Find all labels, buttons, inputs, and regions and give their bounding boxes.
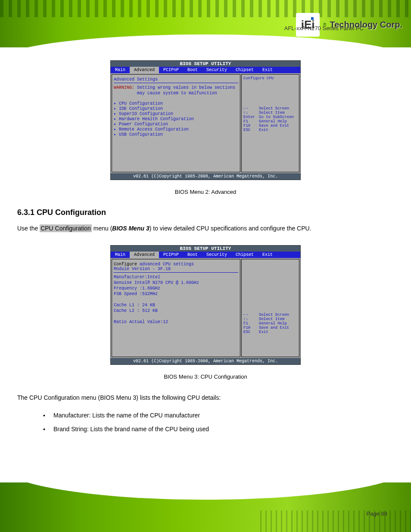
bios-right-pane: ←→Select Screen ↑↓Select Item F1General … xyxy=(241,259,299,357)
help-row: ↑↓Select Item xyxy=(243,317,297,321)
warning-label: WARNING: xyxy=(114,85,134,90)
help-row: F10Save and Exit xyxy=(243,326,297,330)
bios-screenshot-advanced: BIOS SETUP UTILITY Main Advanced PCIPnP … xyxy=(110,60,301,180)
bios-left-pane: Configure advanced CPU settings Module V… xyxy=(112,259,240,357)
bios-body: Configure advanced CPU settings Module V… xyxy=(111,258,300,358)
bios-tab-main: Main xyxy=(111,67,130,73)
menu-remote-access: ▸ Remote Access Configuration xyxy=(114,127,238,132)
bios-tab-boot: Boot xyxy=(183,67,202,73)
bios-tab-security: Security xyxy=(202,67,231,73)
help-row: EnterGo to SubScreen xyxy=(243,115,297,119)
bios-right-pane: Configure CPU ←→Select Screen ↑↓Select I… xyxy=(241,74,299,172)
bios-tab-pcipnp: PCIPnP xyxy=(159,67,183,73)
bios-tab-boot: Boot xyxy=(183,252,202,258)
arrow-icon: ▸ xyxy=(114,132,119,137)
bullet-list: ▪Manufacturer: Lists the name of the CPU… xyxy=(43,409,394,435)
header-curve xyxy=(0,34,411,60)
arrow-icon: ▸ xyxy=(114,117,119,121)
cache-l1: Cache L1 : 24 KB xyxy=(114,303,155,308)
help-row: ←→Select Screen xyxy=(243,313,297,317)
bios-help-block: ←→Select Screen ↑↓Select Item F1General … xyxy=(243,313,297,334)
bios-help-block: ←→Select Screen ↑↓Select Item EnterGo to… xyxy=(243,106,297,132)
help-row: F10Save and Exit xyxy=(243,124,297,128)
bios-utility-title: BIOS SETUP UTILITY xyxy=(111,61,300,67)
arrow-icon: ▸ xyxy=(114,106,119,111)
arrow-icon: ▸ xyxy=(114,127,119,132)
configure-word: Configure xyxy=(114,262,137,267)
ratio-value: Ratio Actual Value:12 xyxy=(114,320,168,324)
help-row: ↑↓Select Item xyxy=(243,111,297,115)
footer-curve xyxy=(0,465,411,500)
manufacturer: Manufacturer:Intel xyxy=(114,275,160,280)
menu-hardware-health: ▸ Hardware Health Configuration xyxy=(114,116,238,121)
section-heading-cpu: 6.3.1 CPU Configuration xyxy=(17,208,394,217)
warning-text-2: may cause system to malfunction xyxy=(137,91,217,96)
header-banner: iEi ® Technology Corp. AFL-xxA-N270 Seri… xyxy=(0,0,411,47)
bios-tab-exit: Exit xyxy=(258,252,277,258)
bios-copyright: v02.61 (C)Copyright 1985-2006, American … xyxy=(111,173,300,180)
right-pane-title: Configure CPU xyxy=(243,76,297,81)
menu-ide-config: ▸ IDE Configuration xyxy=(114,106,238,111)
bios-tab-bar: Main Advanced PCIPnP Boot Security Chips… xyxy=(111,67,300,73)
help-row: ←→Select Screen xyxy=(243,106,297,111)
cpu-info-block: Manufacturer:Intel Genuine Intel® N270 C… xyxy=(114,274,238,325)
body-paragraph-1: Use the CPU Configuration menu (BIOS Men… xyxy=(17,224,394,233)
list-item: ▪Brand String: Lists the brand name of t… xyxy=(43,423,394,435)
arrow-icon: ▸ xyxy=(114,122,119,127)
help-row: ESCExit xyxy=(243,330,297,334)
figure-caption-1: BIOS Menu 2: Advanced xyxy=(17,189,394,195)
bios-utility-title: BIOS SETUP UTILITY xyxy=(111,246,300,252)
cpu-brand: Genuine Intel® N270 CPU @ 1.60GHz xyxy=(114,280,199,285)
help-row: F1General Help xyxy=(243,321,297,326)
menu-superio-config: ▸ SuperIO Configuration xyxy=(114,111,238,116)
menu-cpu-config: ▸ CPU Configuration xyxy=(114,101,238,106)
help-row: F1General Help xyxy=(243,119,297,124)
warning-text-1: Setting wrong values in below sections xyxy=(137,85,235,90)
list-item: ▪Manufacturer: Lists the name of the CPU… xyxy=(43,409,394,421)
body-paragraph-2: The CPU Configuration menu (BIOS Menu 3)… xyxy=(17,393,394,402)
page-number: Page 89 xyxy=(367,510,387,517)
bios-tab-exit: Exit xyxy=(258,67,277,73)
bios-body: Advanced Settings WARNING: Setting wrong… xyxy=(111,73,300,173)
fsb-speed: FSB Speed :532MHz xyxy=(114,292,158,296)
arrow-icon: ▸ xyxy=(114,112,119,116)
frequency: Frequency :1.60GHz xyxy=(114,286,160,291)
bullet-icon: ▪ xyxy=(43,423,53,435)
menu-power-config: ▸ Power Configuration xyxy=(114,121,238,127)
bios-tab-advanced: Advanced xyxy=(130,67,159,73)
footer-banner: Page 89 xyxy=(0,482,411,532)
bios-tab-advanced: Advanced xyxy=(130,252,159,258)
logo-dot-icon xyxy=(311,17,314,20)
bios-tab-chipset: Chipset xyxy=(231,67,258,73)
arrow-icon: ▸ xyxy=(114,101,119,106)
bios-tab-chipset: Chipset xyxy=(231,252,258,258)
reference-link: BIOS Menu 3 xyxy=(112,225,149,232)
document-content: BIOS SETUP UTILITY Main Advanced PCIPnP … xyxy=(0,47,411,454)
bios-copyright: v02.61 (C)Copyright 1985-2006, American … xyxy=(111,358,300,364)
bios-tab-security: Security xyxy=(202,252,231,258)
bios-tab-main: Main xyxy=(111,252,130,258)
bios-left-pane: Advanced Settings WARNING: Setting wrong… xyxy=(112,74,240,172)
menu-usb-config: ▸ USB Configuration xyxy=(114,132,238,137)
figure-caption-2: BIOS Menu 3: CPU Configuration xyxy=(17,373,394,380)
product-name: AFL-xxA-N270 Series Panel PC xyxy=(284,25,364,31)
bios-cpu-heading: Configure advanced CPU settings Module V… xyxy=(114,261,238,273)
module-version: Module Version - 3F.10 xyxy=(114,267,171,271)
bios-section-heading: Advanced Settings xyxy=(114,76,238,83)
cache-l2: Cache L2 : 512 KB xyxy=(114,308,158,313)
highlighted-term: CPU Configuration xyxy=(40,224,92,232)
bullet-icon: ▪ xyxy=(43,409,53,421)
footer-circuit-decoration xyxy=(260,510,411,532)
bios-tab-pcipnp: PCIPnP xyxy=(159,252,183,258)
bios-screenshot-cpu: BIOS SETUP UTILITY Main Advanced PCIPnP … xyxy=(110,245,301,365)
bios-warning: WARNING: Setting wrong values in below s… xyxy=(114,85,238,96)
bios-tab-bar: Main Advanced PCIPnP Boot Security Chips… xyxy=(111,252,300,258)
help-row: ESCExit xyxy=(243,128,297,132)
